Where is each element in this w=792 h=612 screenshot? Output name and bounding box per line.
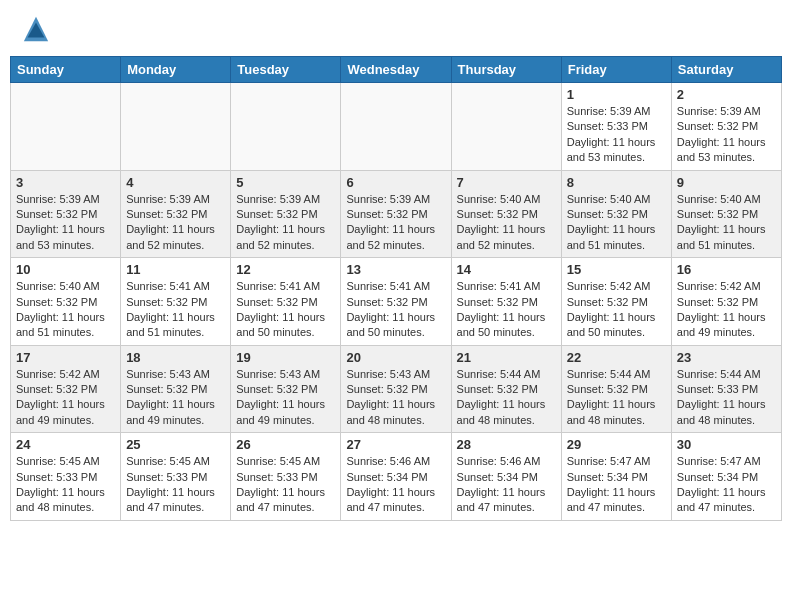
calendar-week-row: 24 Sunrise: 5:45 AM Sunset: 5:33 PM Dayl… (11, 433, 782, 521)
day-info: Sunrise: 5:40 AM Sunset: 5:32 PM Dayligh… (677, 192, 776, 254)
daylight-text: Daylight: 11 hours and 52 minutes. (346, 223, 435, 250)
sunrise-text: Sunrise: 5:42 AM (16, 368, 100, 380)
day-info: Sunrise: 5:41 AM Sunset: 5:32 PM Dayligh… (457, 279, 556, 341)
sunset-text: Sunset: 5:32 PM (457, 208, 538, 220)
sunset-text: Sunset: 5:32 PM (567, 296, 648, 308)
daylight-text: Daylight: 11 hours and 47 minutes. (126, 486, 215, 513)
day-number: 25 (126, 437, 225, 452)
logo-icon (22, 15, 50, 43)
day-info: Sunrise: 5:46 AM Sunset: 5:34 PM Dayligh… (346, 454, 445, 516)
weekday-header-wednesday: Wednesday (341, 57, 451, 83)
sunrise-text: Sunrise: 5:43 AM (346, 368, 430, 380)
sunrise-text: Sunrise: 5:47 AM (677, 455, 761, 467)
day-info: Sunrise: 5:44 AM Sunset: 5:33 PM Dayligh… (677, 367, 776, 429)
calendar-cell: 7 Sunrise: 5:40 AM Sunset: 5:32 PM Dayli… (451, 170, 561, 258)
day-info: Sunrise: 5:40 AM Sunset: 5:32 PM Dayligh… (567, 192, 666, 254)
daylight-text: Daylight: 11 hours and 50 minutes. (236, 311, 325, 338)
calendar-cell: 20 Sunrise: 5:43 AM Sunset: 5:32 PM Dayl… (341, 345, 451, 433)
sunrise-text: Sunrise: 5:39 AM (346, 193, 430, 205)
sunset-text: Sunset: 5:33 PM (677, 383, 758, 395)
calendar-cell: 4 Sunrise: 5:39 AM Sunset: 5:32 PM Dayli… (121, 170, 231, 258)
calendar-cell (231, 83, 341, 171)
sunset-text: Sunset: 5:32 PM (126, 296, 207, 308)
daylight-text: Daylight: 11 hours and 50 minutes. (457, 311, 546, 338)
sunset-text: Sunset: 5:33 PM (567, 120, 648, 132)
day-info: Sunrise: 5:43 AM Sunset: 5:32 PM Dayligh… (126, 367, 225, 429)
daylight-text: Daylight: 11 hours and 48 minutes. (346, 398, 435, 425)
sunset-text: Sunset: 5:34 PM (346, 471, 427, 483)
day-info: Sunrise: 5:46 AM Sunset: 5:34 PM Dayligh… (457, 454, 556, 516)
day-number: 6 (346, 175, 445, 190)
calendar-cell: 30 Sunrise: 5:47 AM Sunset: 5:34 PM Dayl… (671, 433, 781, 521)
sunset-text: Sunset: 5:32 PM (16, 383, 97, 395)
sunset-text: Sunset: 5:32 PM (236, 296, 317, 308)
sunrise-text: Sunrise: 5:44 AM (457, 368, 541, 380)
sunset-text: Sunset: 5:32 PM (346, 296, 427, 308)
daylight-text: Daylight: 11 hours and 51 minutes. (126, 311, 215, 338)
sunrise-text: Sunrise: 5:45 AM (16, 455, 100, 467)
sunset-text: Sunset: 5:32 PM (457, 383, 538, 395)
calendar-week-row: 10 Sunrise: 5:40 AM Sunset: 5:32 PM Dayl… (11, 258, 782, 346)
sunset-text: Sunset: 5:32 PM (16, 296, 97, 308)
day-info: Sunrise: 5:42 AM Sunset: 5:32 PM Dayligh… (677, 279, 776, 341)
day-info: Sunrise: 5:39 AM Sunset: 5:32 PM Dayligh… (126, 192, 225, 254)
calendar-cell: 1 Sunrise: 5:39 AM Sunset: 5:33 PM Dayli… (561, 83, 671, 171)
daylight-text: Daylight: 11 hours and 47 minutes. (567, 486, 656, 513)
day-info: Sunrise: 5:40 AM Sunset: 5:32 PM Dayligh… (457, 192, 556, 254)
day-number: 23 (677, 350, 776, 365)
sunrise-text: Sunrise: 5:39 AM (236, 193, 320, 205)
daylight-text: Daylight: 11 hours and 47 minutes. (346, 486, 435, 513)
day-info: Sunrise: 5:41 AM Sunset: 5:32 PM Dayligh… (126, 279, 225, 341)
sunrise-text: Sunrise: 5:40 AM (567, 193, 651, 205)
sunset-text: Sunset: 5:33 PM (16, 471, 97, 483)
sunrise-text: Sunrise: 5:40 AM (16, 280, 100, 292)
daylight-text: Daylight: 11 hours and 53 minutes. (677, 136, 766, 163)
calendar-cell: 11 Sunrise: 5:41 AM Sunset: 5:32 PM Dayl… (121, 258, 231, 346)
sunrise-text: Sunrise: 5:45 AM (236, 455, 320, 467)
sunset-text: Sunset: 5:32 PM (677, 208, 758, 220)
day-info: Sunrise: 5:39 AM Sunset: 5:33 PM Dayligh… (567, 104, 666, 166)
sunrise-text: Sunrise: 5:39 AM (677, 105, 761, 117)
calendar-cell: 28 Sunrise: 5:46 AM Sunset: 5:34 PM Dayl… (451, 433, 561, 521)
logo (20, 15, 50, 43)
day-info: Sunrise: 5:40 AM Sunset: 5:32 PM Dayligh… (16, 279, 115, 341)
daylight-text: Daylight: 11 hours and 53 minutes. (16, 223, 105, 250)
sunset-text: Sunset: 5:34 PM (457, 471, 538, 483)
sunrise-text: Sunrise: 5:46 AM (457, 455, 541, 467)
calendar-cell: 17 Sunrise: 5:42 AM Sunset: 5:32 PM Dayl… (11, 345, 121, 433)
calendar-cell (121, 83, 231, 171)
sunrise-text: Sunrise: 5:45 AM (126, 455, 210, 467)
sunset-text: Sunset: 5:34 PM (567, 471, 648, 483)
calendar-week-row: 1 Sunrise: 5:39 AM Sunset: 5:33 PM Dayli… (11, 83, 782, 171)
day-info: Sunrise: 5:42 AM Sunset: 5:32 PM Dayligh… (567, 279, 666, 341)
day-number: 4 (126, 175, 225, 190)
calendar-cell: 14 Sunrise: 5:41 AM Sunset: 5:32 PM Dayl… (451, 258, 561, 346)
day-info: Sunrise: 5:47 AM Sunset: 5:34 PM Dayligh… (567, 454, 666, 516)
sunrise-text: Sunrise: 5:41 AM (236, 280, 320, 292)
calendar-cell: 24 Sunrise: 5:45 AM Sunset: 5:33 PM Dayl… (11, 433, 121, 521)
calendar-cell (341, 83, 451, 171)
day-number: 13 (346, 262, 445, 277)
calendar-cell: 19 Sunrise: 5:43 AM Sunset: 5:32 PM Dayl… (231, 345, 341, 433)
day-number: 15 (567, 262, 666, 277)
daylight-text: Daylight: 11 hours and 48 minutes. (567, 398, 656, 425)
day-info: Sunrise: 5:45 AM Sunset: 5:33 PM Dayligh… (236, 454, 335, 516)
day-number: 9 (677, 175, 776, 190)
daylight-text: Daylight: 11 hours and 48 minutes. (16, 486, 105, 513)
sunset-text: Sunset: 5:32 PM (457, 296, 538, 308)
sunset-text: Sunset: 5:32 PM (346, 383, 427, 395)
day-info: Sunrise: 5:44 AM Sunset: 5:32 PM Dayligh… (567, 367, 666, 429)
calendar-cell: 2 Sunrise: 5:39 AM Sunset: 5:32 PM Dayli… (671, 83, 781, 171)
sunrise-text: Sunrise: 5:39 AM (567, 105, 651, 117)
day-info: Sunrise: 5:39 AM Sunset: 5:32 PM Dayligh… (677, 104, 776, 166)
day-number: 10 (16, 262, 115, 277)
day-number: 7 (457, 175, 556, 190)
sunrise-text: Sunrise: 5:40 AM (677, 193, 761, 205)
daylight-text: Daylight: 11 hours and 51 minutes. (677, 223, 766, 250)
calendar-week-row: 17 Sunrise: 5:42 AM Sunset: 5:32 PM Dayl… (11, 345, 782, 433)
weekday-header-friday: Friday (561, 57, 671, 83)
day-info: Sunrise: 5:39 AM Sunset: 5:32 PM Dayligh… (236, 192, 335, 254)
calendar-cell: 18 Sunrise: 5:43 AM Sunset: 5:32 PM Dayl… (121, 345, 231, 433)
calendar-header-row: SundayMondayTuesdayWednesdayThursdayFrid… (11, 57, 782, 83)
day-info: Sunrise: 5:45 AM Sunset: 5:33 PM Dayligh… (16, 454, 115, 516)
